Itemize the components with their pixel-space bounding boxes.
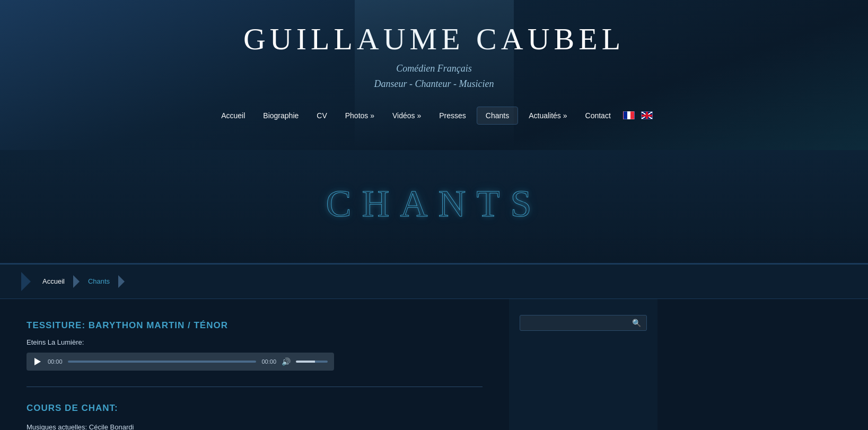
audio-time-end: 00:00 (261, 358, 276, 365)
page-title: CHANTS (11, 182, 857, 226)
nav-cv[interactable]: CV (309, 107, 334, 124)
flag-french[interactable] (623, 111, 635, 119)
search-input[interactable] (525, 319, 632, 327)
nav-photos[interactable]: Photos » (338, 107, 382, 124)
nav-contact[interactable]: Contact (578, 107, 618, 124)
audio-time-start: 00:00 (48, 358, 63, 365)
cours-content: Musiques actuelles: Cécile Bonardi Class… (27, 421, 483, 430)
tessiture-title: TESSITURE: BARYTHON MARTIN / TÉNOR (27, 320, 483, 331)
breadcrumb-current: Chants (82, 277, 116, 285)
subtitle-line2: Danseur - Chanteur - Musicien (374, 78, 494, 89)
site-subtitle: Comédien Français Danseur - Chanteur - M… (11, 61, 857, 92)
audio-progress-track[interactable] (68, 361, 257, 363)
flag-english[interactable] (641, 111, 653, 119)
mute-button[interactable]: 🔊 (282, 357, 291, 366)
nav-actualites[interactable]: Actualités » (521, 107, 574, 124)
cours-line1: Musiques actuelles: Cécile Bonardi (27, 421, 483, 430)
site-title: GUILLAUME CAUBEL (11, 21, 857, 57)
play-triangle-icon (34, 358, 41, 365)
content-area: TESSITURE: BARYTHON MARTIN / TÉNOR Etein… (0, 299, 509, 430)
section-divider (27, 387, 483, 387)
breadcrumb-home[interactable]: Accueil (36, 277, 71, 285)
nav-chants[interactable]: Chants (477, 107, 518, 125)
page-title-section: CHANTS (0, 150, 868, 264)
breadcrumb-arrow-icon (21, 272, 31, 291)
site-header: GUILLAUME CAUBEL Comédien Français Danse… (0, 0, 868, 150)
play-button[interactable] (33, 357, 42, 366)
main-content: TESSITURE: BARYTHON MARTIN / TÉNOR Etein… (0, 299, 868, 430)
sidebar: 🔍 (509, 299, 657, 430)
audio-label: Eteins La Lumière: (27, 338, 483, 346)
nav-videos[interactable]: Vidéos » (385, 107, 428, 124)
cours-title: COURS DE CHANT: (27, 403, 483, 414)
subtitle-line1: Comédien Français (396, 63, 471, 74)
audio-player: 00:00 00:00 🔊 (27, 353, 334, 371)
nav-presses[interactable]: Presses (432, 107, 474, 124)
breadcrumb-separator-icon (73, 275, 80, 288)
nav-accueil[interactable]: Accueil (214, 107, 252, 124)
nav-biographie[interactable]: Biographie (256, 107, 306, 124)
search-button[interactable]: 🔍 (632, 319, 641, 327)
breadcrumb-bar: Accueil Chants (0, 264, 868, 299)
breadcrumb-end-icon (118, 275, 125, 288)
volume-track[interactable] (296, 361, 328, 363)
main-nav: Accueil Biographie CV Photos » Vidéos » … (11, 97, 857, 134)
search-box: 🔍 (520, 315, 647, 331)
